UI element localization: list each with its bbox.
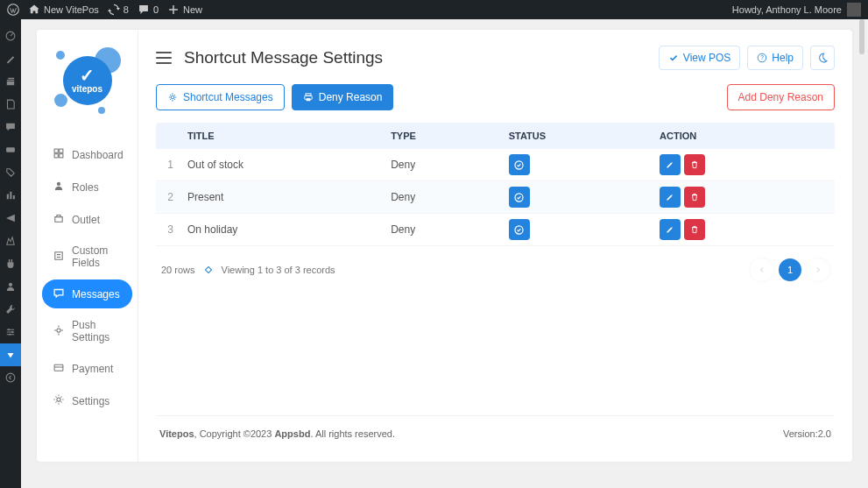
wp-menu-marketing-icon[interactable]: [0, 207, 21, 230]
viewing-label: Viewing 1 to 3 of 3 records: [222, 265, 335, 275]
nav-item-settings[interactable]: Settings: [42, 386, 132, 415]
delete-button[interactable]: [684, 219, 705, 240]
wp-menu-appearance-icon[interactable]: [0, 230, 21, 252]
comments-link[interactable]: 0: [138, 4, 159, 16]
nav-icon: [53, 147, 65, 162]
page-title: Shortcut Message Settings: [184, 48, 383, 67]
howdy-link[interactable]: Howdy, Anthony L. Moore: [732, 3, 861, 17]
nav-icon: [53, 286, 65, 301]
svg-point-12: [57, 182, 60, 186]
wp-menu-woo-icon[interactable]: [0, 138, 21, 161]
check-icon: [668, 53, 679, 63]
check-circle-icon: [513, 159, 525, 171]
view-pos-button[interactable]: View POS: [659, 46, 740, 70]
cell-type: Deny: [382, 149, 500, 181]
gear-icon: [167, 92, 178, 103]
nav-item-label: Outlet: [72, 214, 100, 226]
new-button[interactable]: New: [167, 4, 202, 16]
svg-rect-10: [54, 154, 58, 158]
nav-item-messages[interactable]: Messages: [42, 279, 132, 308]
wp-menu-plugins-icon[interactable]: [0, 252, 21, 275]
theme-toggle-button[interactable]: [810, 46, 835, 70]
nav-item-label: Settings: [72, 395, 109, 407]
next-page-button[interactable]: [807, 258, 829, 281]
edit-button[interactable]: [660, 154, 681, 175]
col-status: STATUS: [500, 123, 651, 149]
cell-title: Out of stock: [179, 149, 382, 181]
deny-reason-tab[interactable]: Deny Reason: [292, 84, 394, 110]
shortcut-messages-tab[interactable]: Shortcut Messages: [156, 84, 285, 110]
site-link[interactable]: New VitePos: [28, 4, 99, 16]
svg-text:?: ?: [760, 54, 764, 60]
updates-link[interactable]: 8: [108, 4, 129, 16]
page-1-button[interactable]: 1: [779, 258, 801, 281]
check-circle-icon: [513, 224, 525, 236]
svg-point-14: [57, 328, 60, 331]
wp-menu-posts-icon[interactable]: [0, 47, 21, 70]
scrollbar-thumb[interactable]: [859, 19, 864, 54]
wp-menu-collapse-icon[interactable]: [0, 366, 21, 389]
wp-menu-tools-icon[interactable]: [0, 298, 21, 321]
nav-item-custom-fields[interactable]: Custom Fields: [42, 237, 132, 276]
delete-button[interactable]: [684, 187, 705, 208]
svg-rect-11: [60, 154, 63, 158]
svg-point-6: [9, 334, 11, 336]
status-toggle[interactable]: [509, 154, 530, 175]
svg-point-4: [8, 329, 10, 330]
wp-menu-vitepos-icon[interactable]: [0, 343, 21, 366]
wp-menu-users-icon[interactable]: [0, 275, 21, 298]
table-row: 2PresentDeny: [156, 181, 835, 214]
nav-item-label: Custom Fields: [72, 244, 122, 269]
pencil-icon: [665, 159, 675, 170]
svg-point-7: [6, 373, 15, 382]
wp-menu-dashboard-icon[interactable]: [0, 25, 21, 47]
cell-title: On holiday: [179, 214, 382, 246]
svg-point-19: [171, 95, 174, 99]
row-number: 2: [156, 181, 179, 214]
wp-logo-icon[interactable]: [7, 4, 19, 16]
check-circle-icon: [513, 192, 525, 203]
table-row: 3On holidayDeny: [156, 214, 835, 246]
delete-button[interactable]: [684, 154, 705, 175]
wp-menu-products-icon[interactable]: [0, 161, 21, 184]
svg-rect-2: [6, 147, 15, 152]
rows-per-page[interactable]: 20 rows: [161, 265, 195, 275]
nav-icon: [53, 212, 65, 227]
edit-button[interactable]: [660, 219, 681, 240]
edit-button[interactable]: [660, 187, 681, 208]
wp-menu-pages-icon[interactable]: [0, 93, 21, 116]
nav-item-outlet[interactable]: Outlet: [42, 205, 132, 234]
status-toggle[interactable]: [509, 187, 530, 208]
wp-menu-settings-icon[interactable]: [0, 321, 21, 343]
trash-icon: [689, 224, 700, 235]
diamond-icon: [204, 266, 211, 273]
wp-menu-analytics-icon[interactable]: [0, 184, 21, 207]
help-button[interactable]: ? Help: [747, 46, 803, 70]
nav-item-label: Messages: [72, 288, 120, 301]
moon-icon: [816, 52, 829, 64]
nav-item-push-settings[interactable]: Push Settings: [42, 312, 132, 350]
nav-icon: [53, 324, 65, 339]
app-sidebar: ✓ vitepos DashboardRolesOutletCustom Fie…: [37, 30, 138, 462]
footer: Vitepos, Copyright ©2023 Appsbd. All rig…: [156, 415, 835, 446]
nav-icon: [53, 393, 65, 408]
nav-icon: [53, 361, 65, 376]
deny-reasons-table: TITLE TYPE STATUS ACTION 1Out of stockDe…: [156, 123, 835, 246]
nav-item-label: Payment: [72, 363, 113, 375]
row-number: 3: [156, 214, 179, 246]
nav-item-roles[interactable]: Roles: [42, 173, 132, 202]
wp-menu-media-icon[interactable]: [0, 70, 21, 93]
nav-item-payment[interactable]: Payment: [42, 354, 132, 383]
wp-menu-comments-icon[interactable]: [0, 116, 21, 138]
status-toggle[interactable]: [509, 219, 530, 240]
prev-page-button[interactable]: [751, 258, 773, 281]
svg-rect-9: [60, 149, 63, 152]
nav-item-dashboard[interactable]: Dashboard: [42, 140, 132, 169]
chevron-left-icon: [758, 265, 766, 274]
trash-icon: [689, 192, 700, 202]
logo: ✓ vitepos: [37, 30, 138, 131]
svg-rect-13: [55, 251, 62, 258]
chevron-right-icon: [814, 265, 822, 274]
add-deny-reason-button[interactable]: Add Deny Reason: [727, 84, 835, 110]
menu-toggle-icon[interactable]: [156, 52, 172, 64]
